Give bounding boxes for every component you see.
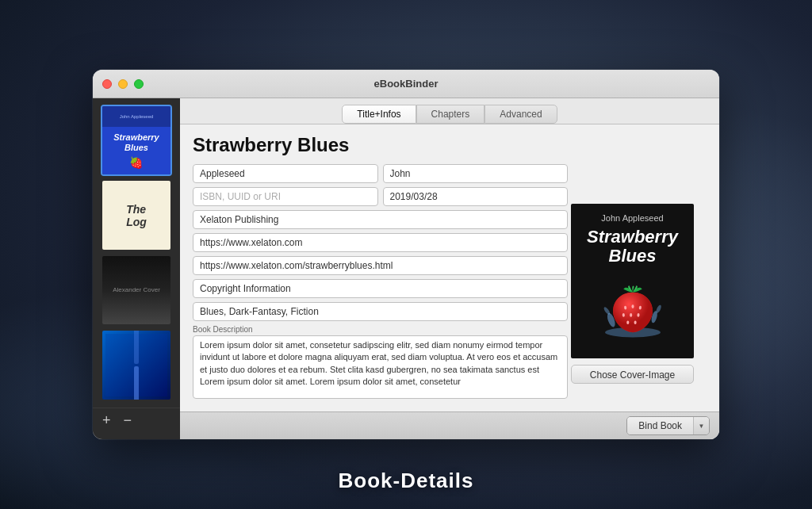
book-title-display: Strawberry Blues <box>193 134 707 156</box>
book-cover-log: TheLog <box>102 181 170 249</box>
add-book-button[interactable]: + <box>102 413 111 427</box>
cover-author-text: John Appleseed <box>601 213 663 223</box>
cover-image-inner: John Appleseed Strawberry Blues <box>571 204 694 358</box>
last-name-input[interactable] <box>193 164 378 183</box>
sidebar-book-strawberry[interactable]: John Appleseed StrawberryBlues 🍓 <box>101 105 172 176</box>
isbn-input[interactable] <box>193 187 378 206</box>
main-content: John Appleseed StrawberryBlues 🍓 TheLog … <box>93 98 719 439</box>
minimize-button[interactable] <box>118 79 128 89</box>
tab-title-infos[interactable]: Title+Infos <box>342 105 416 124</box>
publisher-input[interactable] <box>193 210 568 229</box>
tab-advanced[interactable]: Advanced <box>485 105 557 124</box>
choose-cover-button[interactable]: Chose Cover-Image <box>571 365 694 384</box>
svg-point-11 <box>626 320 629 324</box>
sidebar-bottom: + − <box>93 408 180 433</box>
traffic-lights <box>102 79 144 89</box>
close-button[interactable] <box>102 79 112 89</box>
remove-book-button[interactable]: − <box>124 413 132 427</box>
page-footer-label: Book-Details <box>339 469 474 493</box>
description-textarea[interactable]: Lorem ipsum dolor sit amet, consetetur s… <box>193 335 568 399</box>
cover-panel: John Appleseed Strawberry Blues <box>571 204 694 384</box>
cover-strawberry-image <box>579 272 686 349</box>
maximize-button[interactable] <box>134 79 144 89</box>
sidebar-book-dark[interactable]: Alexander Cover <box>101 254 172 326</box>
cover-book-title-text: Strawberry Blues <box>587 228 678 266</box>
genres-input[interactable] <box>193 302 568 321</box>
sidebar-book-blue[interactable] <box>101 329 172 400</box>
right-panel: Title+Infos Chapters Advanced Strawberry… <box>180 98 719 439</box>
book-cover-title: StrawberryBlues <box>113 132 159 153</box>
bottom-toolbar: Bind Book ▼ <box>180 411 719 439</box>
copyright-input[interactable] <box>193 279 568 298</box>
sidebar-book-log[interactable]: TheLog <box>101 179 172 251</box>
form-content: Book Description Lorem ipsum dolor sit a… <box>193 164 707 402</box>
book-cover-dark: Alexander Cover <box>102 256 170 324</box>
cover-image: John Appleseed Strawberry Blues <box>571 204 694 358</box>
tab-chapters[interactable]: Chapters <box>416 105 485 124</box>
svg-point-12 <box>634 320 636 324</box>
author-row <box>193 164 568 183</box>
bind-book-button-group: Bind Book ▼ <box>626 416 710 435</box>
publisher-url-input[interactable] <box>193 233 568 252</box>
book-cover-blue <box>102 331 170 399</box>
window-title: eBookBinder <box>374 78 439 90</box>
book-url-input[interactable] <box>193 256 568 275</box>
bind-book-main-button[interactable]: Bind Book <box>627 417 693 434</box>
sidebar: John Appleseed StrawberryBlues 🍓 TheLog … <box>93 98 180 439</box>
svg-point-9 <box>630 313 632 317</box>
book-cover-mid: StrawberryBlues 🍓 <box>113 127 159 174</box>
description-label: Book Description <box>193 325 568 334</box>
svg-point-6 <box>631 304 634 308</box>
first-name-input[interactable] <box>383 164 569 183</box>
app-window: eBookBinder John Appleseed StrawberryBlu… <box>93 70 719 439</box>
date-input[interactable] <box>383 187 569 206</box>
form-area: Strawberry Blues <box>180 124 719 411</box>
left-form: Book Description Lorem ipsum dolor sit a… <box>193 164 568 402</box>
tab-bar: Title+Infos Chapters Advanced <box>180 98 719 124</box>
isbn-date-row <box>193 187 568 206</box>
bind-book-dropdown-arrow[interactable]: ▼ <box>693 417 709 434</box>
strawberry-cover-icon: 🍓 <box>129 156 143 169</box>
book-cover-author-label: John Appleseed <box>102 106 170 127</box>
title-bar: eBookBinder <box>93 70 719 98</box>
